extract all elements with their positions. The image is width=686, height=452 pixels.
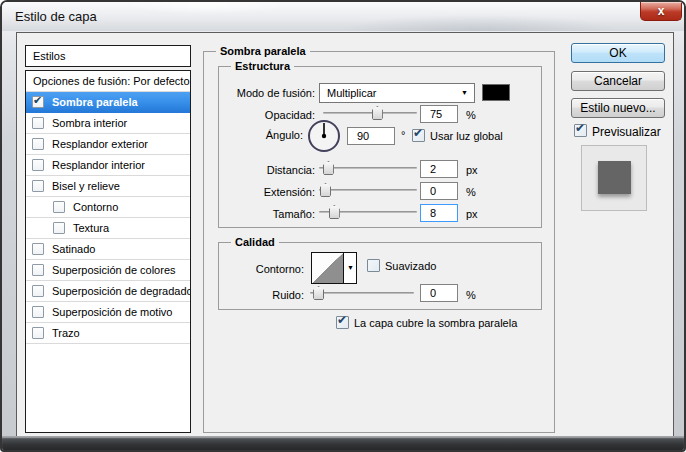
satin-checkbox[interactable]: ✔	[32, 243, 44, 255]
drop-shadow-panel: Sombra paralela Estructura Modo de fusió…	[203, 51, 555, 433]
quality-fieldset: Calidad Contorno: ▼ ✔ Suavizado Ruido: %	[218, 242, 542, 310]
global-light-checkbox[interactable]: ✔	[412, 129, 425, 142]
check-icon: ✔	[33, 94, 42, 106]
cancel-button[interactable]: Cancelar	[571, 71, 665, 91]
noise-unit: %	[466, 289, 476, 301]
sidebar-item-stroke[interactable]: ✔ Trazo	[26, 323, 190, 344]
spread-label: Extensión:	[219, 186, 315, 198]
distance-slider[interactable]	[319, 160, 417, 176]
distance-input[interactable]	[420, 160, 458, 178]
contour-label: Contorno:	[219, 263, 304, 275]
panel-title: Sombra paralela	[216, 45, 310, 57]
contour-picker[interactable]: ▼	[311, 252, 357, 284]
noise-slider-track[interactable]	[310, 292, 414, 294]
opacity-slider-thumb[interactable]	[372, 106, 383, 120]
layer-knocks-out-checkbox[interactable]: ✔	[336, 316, 349, 329]
bevel-emboss-checkbox[interactable]: ✔	[32, 180, 44, 192]
angle-dial-graphic	[307, 119, 341, 153]
styles-header: Estilos	[25, 45, 191, 67]
size-input[interactable]	[420, 204, 458, 222]
pattern-overlay-checkbox[interactable]: ✔	[32, 306, 44, 318]
sidebar-item-inner-glow[interactable]: ✔ Resplandor interior	[26, 155, 190, 176]
blend-mode-value: Multiplicar	[327, 87, 377, 99]
angle-label: Ángulo:	[219, 129, 303, 141]
sidebar-item-blending-options[interactable]: Opciones de fusión: Por defecto	[26, 71, 190, 92]
noise-label: Ruido:	[219, 289, 304, 301]
quality-title: Calidad	[231, 236, 279, 248]
global-light-label: Usar luz global	[430, 130, 503, 142]
inner-shadow-checkbox[interactable]: ✔	[32, 117, 44, 129]
spread-input[interactable]	[420, 182, 458, 200]
layer-style-dialog: Estilo de capa x Estilos Opciones de fus…	[0, 0, 686, 452]
gradient-overlay-checkbox[interactable]: ✔	[32, 285, 44, 297]
sidebar-item-inner-shadow[interactable]: ✔ Sombra interior	[26, 113, 190, 134]
window-bottom-frame	[2, 436, 684, 450]
opacity-unit: %	[466, 109, 476, 121]
styles-list: Opciones de fusión: Por defecto ✔ Sombra…	[25, 70, 191, 433]
sidebar-item-pattern-overlay[interactable]: ✔ Superposición de motivo	[26, 302, 190, 323]
sidebar-item-satin[interactable]: ✔ Satinado	[26, 239, 190, 260]
distance-label: Distancia:	[219, 164, 315, 176]
contour-checkbox[interactable]: ✔	[53, 201, 65, 213]
opacity-input[interactable]	[420, 105, 458, 123]
shadow-color-swatch[interactable]	[482, 84, 510, 101]
new-style-button[interactable]: Estilo nuevo...	[571, 98, 665, 118]
inner-glow-checkbox[interactable]: ✔	[32, 159, 44, 171]
titlebar[interactable]: Estilo de capa x	[2, 2, 684, 31]
sidebar-item-outer-glow[interactable]: ✔ Resplandor exterior	[26, 134, 190, 155]
size-slider[interactable]	[319, 204, 417, 220]
angle-dial[interactable]	[307, 119, 341, 153]
spread-unit: %	[466, 186, 476, 198]
preview-label: Previsualizar	[592, 125, 661, 139]
color-overlay-checkbox[interactable]: ✔	[32, 264, 44, 276]
contour-thumbnail	[312, 253, 344, 283]
opacity-slider-track[interactable]	[323, 112, 417, 114]
blend-mode-select[interactable]: Multiplicar ▼	[319, 83, 475, 103]
texture-checkbox[interactable]: ✔	[53, 222, 65, 234]
sidebar-item-drop-shadow[interactable]: ✔ Sombra paralela	[26, 92, 190, 113]
ok-button[interactable]: OK	[571, 43, 665, 63]
structure-title: Estructura	[231, 60, 294, 72]
blend-mode-label: Modo de fusión:	[219, 87, 315, 99]
opacity-label: Opacidad:	[219, 109, 315, 121]
distance-unit: px	[466, 164, 478, 176]
size-unit: px	[466, 208, 478, 220]
angle-unit: °	[401, 129, 405, 141]
noise-slider-thumb[interactable]	[313, 286, 324, 300]
antialias-checkbox[interactable]: ✔	[367, 259, 380, 272]
check-icon: ✔	[413, 127, 423, 140]
dialog-content: Estilos Opciones de fusión: Por defecto …	[16, 32, 674, 439]
noise-input[interactable]	[420, 284, 458, 302]
close-icon: x	[658, 4, 665, 18]
preview-checkbox[interactable]: ✔	[574, 124, 587, 137]
style-preview-square	[598, 161, 631, 194]
stroke-checkbox[interactable]: ✔	[32, 327, 44, 339]
spread-slider-thumb[interactable]	[320, 183, 331, 197]
sidebar-item-contour[interactable]: ✔ Contorno	[26, 197, 190, 218]
sidebar-item-texture[interactable]: ✔ Textura	[26, 218, 190, 239]
chevron-down-icon: ▼	[347, 264, 354, 271]
structure-fieldset: Estructura Modo de fusión: Multiplicar ▼…	[218, 66, 542, 228]
spread-slider[interactable]	[319, 182, 417, 198]
distance-slider-thumb[interactable]	[323, 161, 334, 175]
size-slider-thumb[interactable]	[329, 205, 340, 219]
layer-knocks-out-label: La capa cubre la sombra paralela	[354, 317, 517, 329]
size-label: Tamaño:	[219, 208, 315, 220]
sidebar-item-gradient-overlay[interactable]: ✔ Superposición de degradado	[26, 281, 190, 302]
style-preview-thumbnail	[581, 145, 647, 211]
outer-glow-checkbox[interactable]: ✔	[32, 138, 44, 150]
sidebar-item-bevel-emboss[interactable]: ✔ Bisel y relieve	[26, 176, 190, 197]
drop-shadow-checkbox[interactable]: ✔	[32, 96, 44, 108]
angle-input[interactable]	[347, 127, 395, 145]
spread-slider-track[interactable]	[319, 189, 417, 191]
window-title: Estilo de capa	[15, 9, 97, 24]
close-button[interactable]: x	[640, 2, 682, 21]
chevron-down-icon: ▼	[461, 89, 468, 96]
antialias-label: Suavizado	[385, 260, 436, 272]
noise-slider[interactable]	[310, 285, 414, 301]
sidebar-item-color-overlay[interactable]: ✔ Superposición de colores	[26, 260, 190, 281]
